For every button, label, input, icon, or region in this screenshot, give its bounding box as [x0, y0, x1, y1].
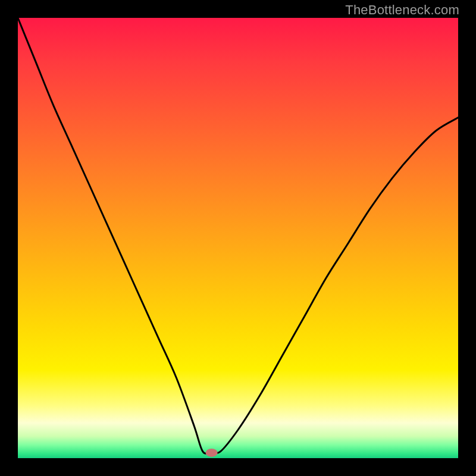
optimal-marker [206, 449, 218, 457]
chart-area [18, 18, 458, 458]
watermark-text: TheBottleneck.com [345, 2, 459, 18]
bottleneck-curve [18, 18, 458, 453]
chart-frame: TheBottleneck.com [0, 0, 476, 476]
chart-svg [18, 18, 458, 458]
